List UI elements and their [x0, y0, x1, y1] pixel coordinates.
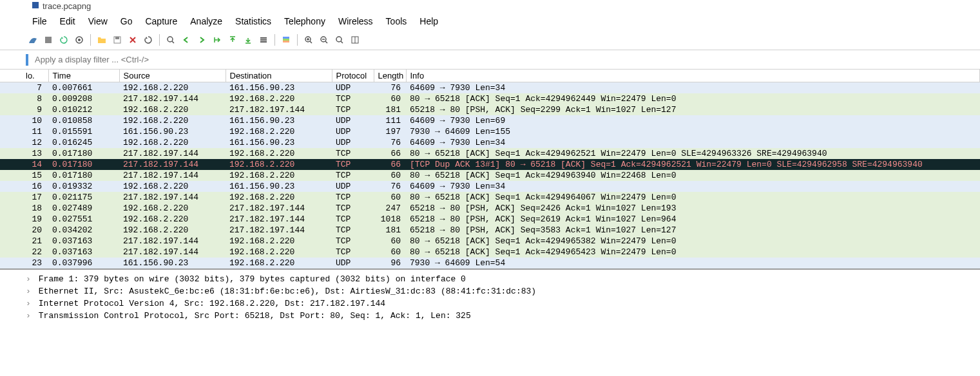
col-header-info[interactable]: Info	[406, 70, 980, 82]
zoom-out-button[interactable]	[317, 33, 331, 47]
expand-arrow-icon[interactable]: ›	[26, 286, 34, 298]
packet-cell: 76	[374, 181, 406, 192]
packet-cell: 111	[374, 115, 406, 126]
packet-cell: 0.015591	[48, 126, 119, 137]
packet-cell: 60	[374, 247, 406, 258]
packet-row[interactable]: 170.021175217.182.197.144192.168.2.220TC…	[0, 192, 980, 203]
restart-capture-button[interactable]	[57, 33, 71, 47]
packet-cell: UDP	[332, 82, 374, 94]
packet-cell: 217.182.197.144	[119, 192, 226, 203]
go-last-packet-button[interactable]	[241, 33, 255, 47]
save-button[interactable]	[110, 33, 124, 47]
packet-table[interactable]: lo. Time Source Destination Protocol Len…	[0, 70, 980, 269]
reload-button[interactable]	[141, 33, 155, 47]
column-header-row[interactable]: lo. Time Source Destination Protocol Len…	[0, 70, 980, 82]
menu-item-capture[interactable]: Capture	[139, 14, 184, 29]
packet-row[interactable]: 70.007661192.168.2.220161.156.90.23UDP76…	[0, 82, 980, 94]
svg-rect-0	[45, 37, 52, 43]
packet-cell: 192.168.2.220	[226, 170, 332, 181]
packet-row[interactable]: 120.016245192.168.2.220161.156.90.23UDP7…	[0, 137, 980, 148]
col-header-protocol[interactable]: Protocol	[332, 70, 374, 82]
packet-details-pane[interactable]: › Frame 1: 379 bytes on wire (3032 bits)…	[0, 270, 980, 335]
packet-row[interactable]: 210.037163217.182.197.144192.168.2.220TC…	[0, 236, 980, 247]
packet-cell: 0.037996	[48, 258, 119, 269]
packet-cell: TCP	[332, 93, 374, 104]
col-header-source[interactable]: Source	[119, 70, 226, 82]
menu-item-wireless[interactable]: Wireless	[332, 14, 380, 29]
packet-cell: [TCP Dup ACK 13#1] 80 → 65218 [ACK] Seq=…	[406, 159, 980, 170]
toolbar-separator	[297, 34, 298, 46]
expand-arrow-icon[interactable]: ›	[26, 274, 34, 286]
packet-row[interactable]: 200.034202192.168.2.220217.182.197.144TC…	[0, 225, 980, 236]
menu-item-file[interactable]: File	[26, 14, 53, 29]
packet-row[interactable]: 110.015591161.156.90.23192.168.2.220UDP1…	[0, 126, 980, 137]
packet-cell: UDP	[332, 126, 374, 137]
menu-item-tools[interactable]: Tools	[380, 14, 414, 29]
find-packet-button[interactable]	[164, 33, 178, 47]
packet-cell: 192.168.2.220	[119, 82, 226, 94]
packet-cell: 23	[0, 258, 48, 269]
packet-cell: 66	[374, 148, 406, 159]
packet-row[interactable]: 130.017180217.182.197.144192.168.2.220TC…	[0, 148, 980, 159]
packet-row[interactable]: 140.017180217.182.197.144192.168.2.220TC…	[0, 159, 980, 170]
svg-point-5	[168, 37, 173, 42]
detail-tree-item[interactable]: › Transmission Control Protocol, Src Por…	[26, 310, 954, 323]
detail-tree-item[interactable]: › Frame 1: 379 bytes on wire (3032 bits)…	[26, 274, 954, 286]
detail-tree-item[interactable]: › Ethernet II, Src: AsustekC_6e:bc:e6 (1…	[26, 286, 954, 298]
packet-row[interactable]: 150.017180217.182.197.144192.168.2.220TC…	[0, 170, 980, 181]
packet-cell: TCP	[332, 104, 374, 115]
auto-scroll-button[interactable]	[256, 33, 271, 47]
col-header-time[interactable]: Time	[48, 70, 119, 82]
packet-row[interactable]: 160.019332192.168.2.220161.156.90.23UDP7…	[0, 181, 980, 192]
packet-cell: 217.182.197.144	[119, 170, 226, 181]
packet-cell: 192.168.2.220	[226, 236, 332, 247]
menu-item-help[interactable]: Help	[413, 14, 445, 29]
zoom-reset-button[interactable]	[332, 33, 347, 47]
packet-row[interactable]: 220.037163217.182.197.144192.168.2.220TC…	[0, 247, 980, 258]
expand-arrow-icon[interactable]: ›	[26, 298, 34, 310]
packet-cell: TCP	[332, 236, 374, 247]
packet-cell: TCP	[332, 247, 374, 258]
resize-columns-button[interactable]	[348, 33, 362, 47]
menu-item-analyze[interactable]: Analyze	[184, 14, 229, 29]
packet-row[interactable]: 180.027489192.168.2.220217.182.197.144TC…	[0, 203, 980, 214]
packet-cell: 197	[374, 126, 406, 137]
close-file-button[interactable]	[126, 33, 140, 47]
menu-item-go[interactable]: Go	[114, 14, 139, 29]
packet-cell: 0.027489	[48, 203, 119, 214]
detail-tree-item[interactable]: › Internet Protocol Version 4, Src: 192.…	[26, 298, 954, 310]
menu-item-view[interactable]: View	[82, 14, 114, 29]
shark-fin-icon[interactable]	[26, 33, 40, 47]
go-first-packet-button[interactable]	[226, 33, 240, 47]
capture-options-button[interactable]	[72, 33, 86, 47]
menu-item-statistics[interactable]: Statistics	[229, 14, 278, 29]
packet-cell: 192.168.2.220	[226, 192, 332, 203]
menu-item-telephony[interactable]: Telephony	[278, 14, 332, 29]
open-file-button[interactable]	[95, 33, 109, 47]
packet-cell: 217.182.197.144	[119, 93, 226, 104]
col-header-no[interactable]: lo.	[0, 70, 48, 82]
svg-rect-8	[260, 41, 267, 42]
packet-cell: UDP	[332, 137, 374, 148]
colorize-button[interactable]	[279, 33, 293, 47]
packet-row[interactable]: 190.027551192.168.2.220217.182.197.144TC…	[0, 214, 980, 225]
expand-arrow-icon[interactable]: ›	[26, 310, 34, 323]
packet-row[interactable]: 80.009208217.182.197.144192.168.2.220TCP…	[0, 93, 980, 104]
display-filter-input[interactable]	[31, 53, 954, 66]
zoom-in-button[interactable]	[302, 33, 316, 47]
packet-cell: TCP	[332, 170, 374, 181]
col-header-length[interactable]: Length	[374, 70, 406, 82]
go-back-button[interactable]	[179, 33, 193, 47]
menu-item-edit[interactable]: Edit	[53, 14, 82, 29]
col-header-destination[interactable]: Destination	[226, 70, 332, 82]
packet-row[interactable]: 230.037996161.156.90.23192.168.2.220UDP9…	[0, 258, 980, 269]
file-name: trace.pcapng	[43, 1, 91, 11]
title-bar: trace.pcapng	[0, 0, 980, 12]
packet-cell: 96	[374, 258, 406, 269]
packet-list-pane[interactable]: lo. Time Source Destination Protocol Len…	[0, 70, 980, 270]
go-to-packet-button[interactable]	[210, 33, 224, 47]
packet-row[interactable]: 100.010858192.168.2.220161.156.90.23UDP1…	[0, 115, 980, 126]
stop-capture-button[interactable]	[41, 33, 55, 47]
packet-row[interactable]: 90.010212192.168.2.220217.182.197.144TCP…	[0, 104, 980, 115]
go-forward-button[interactable]	[195, 33, 209, 47]
